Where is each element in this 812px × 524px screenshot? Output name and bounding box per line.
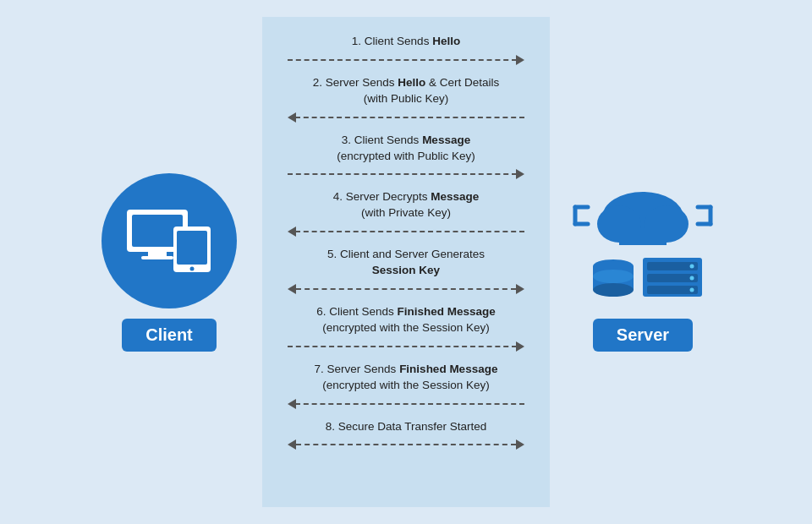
step-2-text: 2. Server Sends Hello & Cert Details(wit… <box>308 72 505 112</box>
step-3-block: 3. Client Sends Message(encrypted with P… <box>271 129 541 185</box>
step-8-text: 8. Secure Data Transfer Started <box>321 416 492 440</box>
arrow-left-7 <box>288 399 524 409</box>
step-6-text: 6. Client Sends Finished Message(encrypt… <box>311 301 501 341</box>
client-devices-icon <box>123 203 216 279</box>
dash-line <box>288 173 517 175</box>
step-2-block: 2. Server Sends Hello & Cert Details(wit… <box>271 72 541 128</box>
arrowhead-right <box>516 439 524 450</box>
svg-rect-3 <box>141 256 173 259</box>
server-section: Server <box>550 173 736 352</box>
arrowhead-left <box>288 284 296 294</box>
step-3-text: 3. Client Sends Message(encrypted with P… <box>332 129 480 170</box>
client-section: Client <box>76 173 262 352</box>
step-8-arrow <box>271 439 541 450</box>
step-7-block: 7. Server Sends Finished Message(encrypt… <box>271 358 541 414</box>
step-1-block: 1. Client Sends Hello <box>271 30 541 70</box>
arrow-right-6 <box>288 341 524 352</box>
dash-line <box>295 403 524 405</box>
client-icon-circle <box>102 173 237 308</box>
step-3-arrow <box>271 169 541 179</box>
client-label: Client <box>122 319 217 352</box>
svg-point-19 <box>593 283 634 297</box>
server-icons-group <box>558 173 727 308</box>
step-5-block: 5. Client and Server GeneratesSession Ke… <box>271 243 541 299</box>
arrow-both-5 <box>288 284 524 294</box>
dash-line <box>288 59 517 61</box>
dash-line <box>295 117 524 118</box>
arrow-right-3 <box>288 169 524 179</box>
dash-line <box>295 231 524 232</box>
arrow-right-1 <box>288 55 524 65</box>
step-6-block: 6. Client Sends Finished Message(encrypt… <box>271 301 541 357</box>
server-cloud-icon <box>558 182 727 300</box>
arrowhead-right <box>516 284 524 294</box>
svg-rect-5 <box>177 231 207 265</box>
server-label: Server <box>593 319 693 352</box>
arrowhead-right <box>516 341 524 352</box>
step-4-arrow <box>271 227 541 237</box>
arrow-both-8 <box>288 439 524 450</box>
svg-point-26 <box>690 276 694 280</box>
step-4-block: 4. Server Decrypts Message(with Private … <box>271 186 541 242</box>
step-7-arrow <box>271 399 541 409</box>
arrow-left-2 <box>288 112 524 123</box>
step-1-text: 1. Client Sends Hello <box>347 30 465 55</box>
svg-point-20 <box>593 270 634 283</box>
step-2-arrow <box>271 112 541 123</box>
step-8-block: 8. Secure Data Transfer Started <box>271 416 541 456</box>
step-7-text: 7. Server Sends Finished Message(encrypt… <box>310 358 503 399</box>
svg-point-25 <box>690 264 694 268</box>
svg-point-6 <box>190 266 195 270</box>
svg-rect-16 <box>619 228 667 245</box>
arrowhead-right <box>516 55 524 65</box>
step-5-text: 5. Client and Server GeneratesSession Ke… <box>322 243 490 284</box>
arrowhead-left <box>288 439 296 450</box>
svg-point-27 <box>690 287 694 292</box>
step-5-arrow <box>271 284 541 294</box>
step-6-arrow <box>271 341 541 352</box>
step-4-text: 4. Server Decrypts Message(with Private … <box>328 186 485 227</box>
arrowhead-right <box>516 169 524 179</box>
steps-section: 1. Client Sends Hello 2. Server Sends He… <box>262 17 550 507</box>
step-1-arrow <box>271 55 541 65</box>
arrow-left-4 <box>288 227 524 237</box>
dash-line <box>296 444 516 445</box>
dash-line <box>288 346 517 347</box>
dash-line <box>296 288 516 290</box>
diagram-container: Client 1. Client Sends Hello 2. Server S… <box>0 0 812 524</box>
